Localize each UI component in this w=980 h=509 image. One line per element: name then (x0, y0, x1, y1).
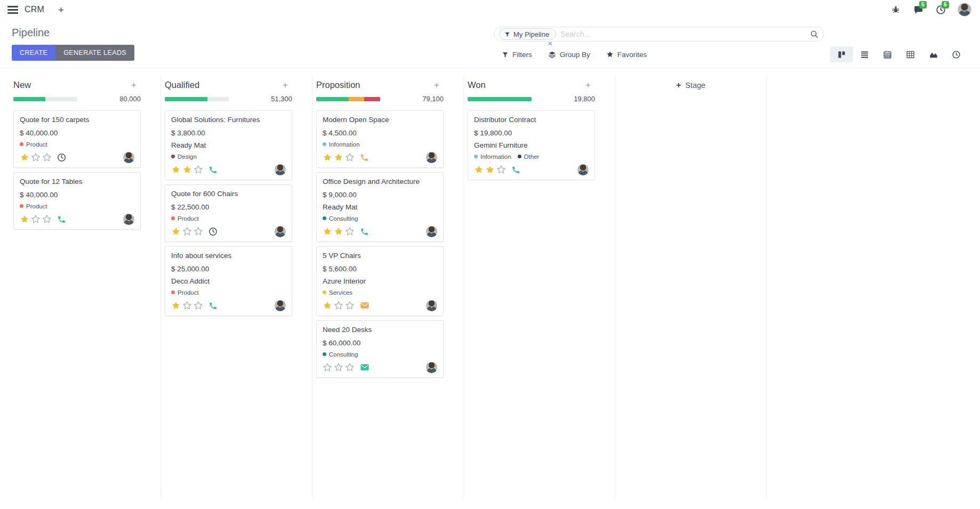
column-total: 80,000 (119, 95, 141, 103)
avatar (123, 152, 134, 163)
kanban-card-quote-for-600-chairs[interactable]: Quote for 600 Chairs $ 22,500.00 Product (165, 184, 292, 242)
column-quick-add-button[interactable]: + (131, 80, 136, 90)
phone-icon[interactable] (57, 215, 66, 224)
clock-icon[interactable] (208, 227, 218, 236)
star-icon[interactable] (334, 227, 343, 236)
star-icon[interactable] (171, 301, 181, 310)
star-icon[interactable] (485, 165, 495, 174)
column-quick-add-button[interactable]: + (585, 80, 591, 90)
star-icon[interactable] (474, 165, 484, 174)
star-icon[interactable] (171, 165, 181, 174)
star-icon[interactable] (20, 152, 29, 162)
view-graph-button[interactable] (922, 46, 945, 62)
kanban-card-office-design-and-architecture[interactable]: Office Design and Architecture $ 9,000.0… (316, 172, 444, 242)
star-icon[interactable] (323, 152, 332, 162)
card-partner: Gemini Furniture (474, 141, 589, 149)
envelope-icon[interactable] (360, 363, 369, 371)
search-bar[interactable]: My Pipeline × (494, 27, 824, 42)
view-pivot-button[interactable] (899, 46, 922, 62)
kanban-card-global-solutions-furnitures[interactable]: Global Solutions: Furnitures $ 3,800.00 … (165, 110, 292, 180)
star-icon[interactable] (182, 165, 192, 174)
page-title: Pipeline (12, 27, 134, 39)
star-icon[interactable] (345, 227, 355, 236)
clock-icon[interactable] (57, 153, 66, 162)
phone-icon[interactable] (360, 153, 369, 162)
create-button[interactable]: CREATE (12, 45, 55, 61)
search-icon[interactable] (810, 30, 819, 39)
card-tags: Product (20, 141, 134, 148)
phone-icon[interactable] (208, 165, 218, 174)
kanban-card-5-vp-chairs[interactable]: 5 VP Chairs $ 5,600.00 Azure Interior Se… (316, 246, 444, 316)
star-icon[interactable] (194, 301, 203, 310)
card-title: 5 VP Chairs (323, 252, 437, 261)
star-icon[interactable] (334, 362, 343, 372)
kanban-card-info-about-services[interactable]: Info about services $ 25,000.00 Deco Add… (165, 246, 292, 316)
tag-product: Product (171, 289, 199, 296)
column-progress-bar[interactable] (468, 97, 532, 101)
group-by-button[interactable]: Group By (548, 51, 590, 59)
star-icon[interactable] (182, 301, 192, 310)
star-icon[interactable] (323, 301, 332, 310)
column-progress-bar[interactable] (316, 97, 380, 101)
star-icon[interactable] (42, 214, 52, 224)
kanban-card-quote-for-12-tables[interactable]: Quote for 12 Tables $ 40,000.00 Product (13, 172, 141, 230)
column-progress-bar[interactable] (165, 97, 229, 101)
generate-leads-button[interactable]: GENERATE LEADS (55, 45, 134, 61)
kanban-card-distributor-contract[interactable]: Distributor Contract $ 19,800.00 Gemini … (468, 110, 595, 180)
star-icon[interactable] (171, 227, 181, 236)
phone-icon[interactable] (208, 301, 218, 310)
bug-icon[interactable] (890, 4, 901, 15)
favorites-button[interactable]: Favorites (606, 51, 647, 59)
add-stage-button[interactable]: + Stage (676, 81, 705, 90)
plus-icon[interactable]: + (58, 5, 64, 15)
envelope-icon[interactable] (360, 301, 369, 310)
avatar (426, 300, 437, 311)
user-avatar[interactable] (958, 3, 971, 17)
remove-facet-icon[interactable]: × (548, 40, 552, 47)
column-title: Proposition (316, 80, 360, 90)
search-input[interactable] (560, 30, 810, 38)
star-icon[interactable] (345, 362, 355, 372)
star-icon[interactable] (194, 227, 203, 236)
tag-label: Product (178, 289, 199, 296)
card-tags: Consulting (323, 351, 437, 358)
messages-icon[interactable]: 5 (913, 4, 923, 15)
column-progress-bar[interactable] (13, 97, 77, 101)
kanban-card-quote-for-150-carpets[interactable]: Quote for 150 carpets $ 40,000.00 Produc… (13, 110, 141, 168)
tag-color-dot (323, 142, 326, 146)
star-icon[interactable] (334, 152, 343, 162)
kanban-card-need-20-desks[interactable]: Need 20 Desks $ 60,000.00 Consulting (316, 320, 444, 378)
view-list-button[interactable] (853, 46, 876, 62)
star-icon[interactable] (31, 152, 41, 162)
star-icon[interactable] (42, 152, 52, 162)
star-icon[interactable] (496, 165, 506, 174)
star-icon[interactable] (323, 362, 332, 372)
star-icon[interactable] (345, 152, 355, 162)
kanban-column-qualified: Qualified + 51,300 Global Solutions: Fur… (161, 76, 312, 498)
star-icon[interactable] (345, 301, 355, 310)
phone-icon[interactable] (511, 165, 520, 174)
star-icon[interactable] (20, 214, 29, 224)
star-icon[interactable] (31, 214, 41, 224)
column-quick-add-button[interactable]: + (283, 80, 288, 90)
view-calendar-button[interactable] (876, 46, 899, 62)
star-icon[interactable] (334, 301, 343, 310)
app-name[interactable]: CRM (25, 5, 44, 14)
view-activity-button[interactable] (945, 46, 968, 62)
card-partner: Ready Mat (323, 203, 437, 211)
activities-icon[interactable]: 6 (935, 4, 946, 15)
filters-button[interactable]: Filters (502, 51, 532, 59)
search-facet-my-pipeline[interactable]: My Pipeline (499, 28, 556, 40)
column-quick-add-button[interactable]: + (434, 80, 439, 90)
star-icon[interactable] (182, 227, 192, 236)
view-kanban-button[interactable] (830, 46, 853, 62)
star-icon[interactable] (323, 227, 332, 236)
avatar (426, 226, 437, 237)
tag-color-dot (20, 142, 23, 146)
card-tags: Design (171, 153, 286, 160)
kanban-card-modern-open-space[interactable]: Modern Open Space $ 4,500.00 Information (316, 110, 444, 168)
kanban-board: New + 80,000 Quote for 150 carpets $ 40,… (0, 68, 980, 498)
apps-menu-icon[interactable] (7, 6, 18, 14)
phone-icon[interactable] (360, 227, 369, 236)
star-icon[interactable] (194, 165, 203, 174)
